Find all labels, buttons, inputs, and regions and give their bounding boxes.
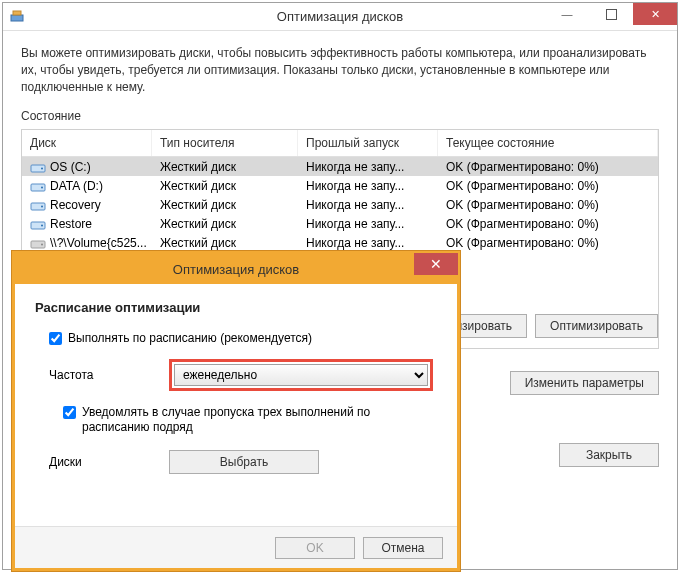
cell-last: Никогда не запу... <box>298 179 438 193</box>
hdd-icon <box>30 181 46 193</box>
cell-disk: OS (C:) <box>22 160 152 174</box>
col-type[interactable]: Тип носителя <box>152 130 298 156</box>
hdd-icon <box>30 219 46 231</box>
table-row[interactable]: OS (C:)Жесткий дискНикогда не запу...OK … <box>22 157 658 176</box>
hdd-icon <box>30 200 46 212</box>
hdd-icon <box>30 238 46 250</box>
schedule-checkbox[interactable] <box>49 332 62 345</box>
table-row[interactable]: DATA (D:)Жесткий дискНикогда не запу...O… <box>22 176 658 195</box>
schedule-checkbox-label[interactable]: Выполнять по расписанию (рекомендуется) <box>68 331 312 347</box>
dialog-title: Оптимизация дисков <box>173 262 299 277</box>
hdd-icon <box>30 162 46 174</box>
cell-last: Никогда не запу... <box>298 217 438 231</box>
change-params-button[interactable]: Изменить параметры <box>510 371 659 395</box>
svg-point-3 <box>41 167 43 169</box>
table-row[interactable]: \\?\Volume{c525...Жесткий дискНикогда не… <box>22 233 658 252</box>
drives-table: Диск Тип носителя Прошлый запуск Текущее… <box>22 130 658 252</box>
svg-point-5 <box>41 186 43 188</box>
notify-checkbox[interactable] <box>63 406 76 419</box>
schedule-checkbox-row: Выполнять по расписанию (рекомендуется) <box>49 331 437 347</box>
dialog-body: Расписание оптимизации Выполнять по расп… <box>15 284 457 504</box>
col-last[interactable]: Прошлый запуск <box>298 130 438 156</box>
table-row[interactable]: RecoveryЖесткий дискНикогда не запу...OK… <box>22 195 658 214</box>
cell-disk: Restore <box>22 217 152 231</box>
notify-checkbox-label[interactable]: Уведомлять в случае пропуска трех выполн… <box>82 405 413 436</box>
disks-row: Диски Выбрать <box>49 450 437 474</box>
cell-type: Жесткий диск <box>152 217 298 231</box>
intro-text: Вы можете оптимизировать диски, чтобы по… <box>21 45 659 95</box>
col-state[interactable]: Текущее состояние <box>438 130 658 156</box>
minimize-button[interactable]: — <box>545 3 589 25</box>
col-disk[interactable]: Диск <box>22 130 152 156</box>
disks-label: Диски <box>49 455 149 469</box>
close-main-button[interactable]: Закрыть <box>559 443 659 467</box>
choose-disks-button[interactable]: Выбрать <box>169 450 319 474</box>
dialog-close-button[interactable]: ✕ <box>414 253 458 275</box>
cell-state: OK (Фрагментировано: 0%) <box>438 179 658 193</box>
cell-disk: Recovery <box>22 198 152 212</box>
cell-state: OK (Фрагментировано: 0%) <box>438 198 658 212</box>
frequency-label: Частота <box>49 368 149 382</box>
close-button[interactable]: ✕ <box>633 3 677 25</box>
cell-state: OK (Фрагментировано: 0%) <box>438 236 658 250</box>
titlebar[interactable]: Оптимизация дисков — ✕ <box>3 3 677 31</box>
svg-point-11 <box>41 243 43 245</box>
notify-checkbox-row: Уведомлять в случае пропуска трех выполн… <box>63 405 413 436</box>
cell-disk: \\?\Volume{c525... <box>22 236 152 250</box>
table-header: Диск Тип носителя Прошлый запуск Текущее… <box>22 130 658 157</box>
frequency-row: Частота еженедельно <box>49 359 437 391</box>
ok-button[interactable]: OK <box>275 537 355 559</box>
frequency-select[interactable]: еженедельно <box>174 364 428 386</box>
cell-state: OK (Фрагментировано: 0%) <box>438 217 658 231</box>
cell-disk: DATA (D:) <box>22 179 152 193</box>
cell-type: Жесткий диск <box>152 179 298 193</box>
cell-type: Жесткий диск <box>152 160 298 174</box>
table-row[interactable]: RestoreЖесткий дискНикогда не запу...OK … <box>22 214 658 233</box>
window-controls: — ✕ <box>545 3 677 25</box>
svg-point-9 <box>41 224 43 226</box>
cell-last: Никогда не запу... <box>298 236 438 250</box>
cell-type: Жесткий диск <box>152 236 298 250</box>
schedule-dialog: Оптимизация дисков ✕ Расписание оптимиза… <box>12 251 460 571</box>
state-label: Состояние <box>21 109 659 123</box>
cancel-button[interactable]: Отмена <box>363 537 443 559</box>
dialog-footer: OK Отмена <box>15 526 457 568</box>
cell-last: Никогда не запу... <box>298 198 438 212</box>
cell-state: OK (Фрагментировано: 0%) <box>438 160 658 174</box>
frequency-highlight: еженедельно <box>169 359 433 391</box>
svg-point-7 <box>41 205 43 207</box>
optimize-button[interactable]: Оптимизировать <box>535 314 658 338</box>
table-body: OS (C:)Жесткий дискНикогда не запу...OK … <box>22 157 658 252</box>
maximize-button[interactable] <box>589 3 633 25</box>
cell-last: Никогда не запу... <box>298 160 438 174</box>
dialog-heading: Расписание оптимизации <box>35 300 437 315</box>
dialog-titlebar[interactable]: Оптимизация дисков ✕ <box>15 254 457 284</box>
cell-type: Жесткий диск <box>152 198 298 212</box>
